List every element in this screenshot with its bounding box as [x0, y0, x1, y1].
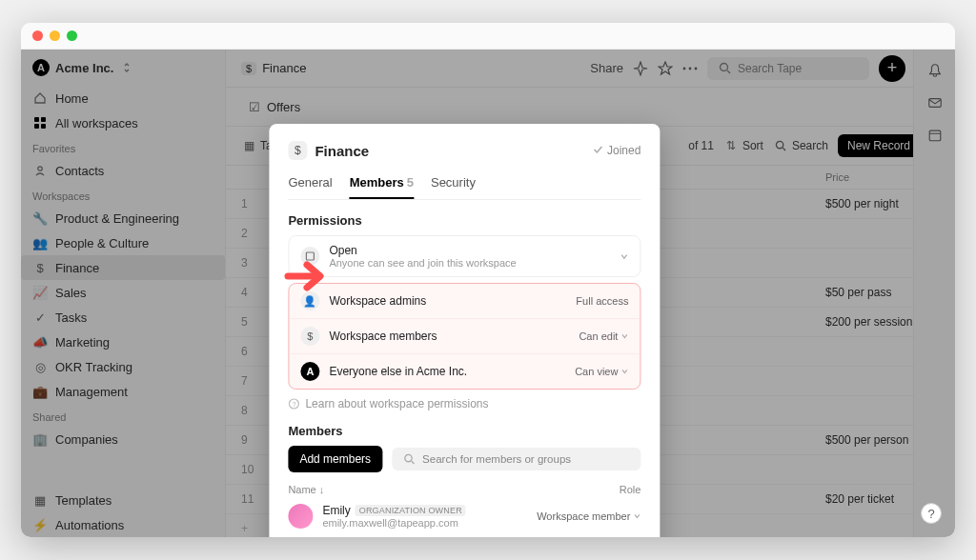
admins-icon: 👤	[300, 291, 319, 310]
permissions-heading: Permissions	[288, 213, 640, 228]
perm-row-everyone[interactable]: A Everyone else in Acme Inc. Can view	[289, 353, 640, 389]
tab-general[interactable]: General	[288, 170, 332, 199]
member-row[interactable]: EmilyORGANIZATION OWNER emily.maxwell@ta…	[288, 497, 640, 535]
learn-permissions-link[interactable]: ? Learn about workspace permissions	[288, 397, 640, 410]
window-close-icon[interactable]	[32, 30, 43, 41]
app-window: A Acme Inc. Home All workspaces Favorite…	[21, 23, 955, 537]
help-button[interactable]: ?	[921, 503, 942, 524]
modal-title: Finance	[315, 143, 369, 159]
svg-line-19	[411, 461, 414, 464]
avatar-icon	[288, 504, 313, 529]
workspace-settings-modal: $ Finance Joined General Members5 Securi…	[269, 124, 660, 537]
role-select[interactable]: Workspace member	[537, 510, 640, 522]
permission-roles-card: 👤 Workspace admins Full access $ Workspa…	[288, 283, 640, 390]
joined-badge: Joined	[592, 144, 640, 157]
window-maximize-icon[interactable]	[67, 30, 77, 41]
modal-tabs: General Members5 Security	[288, 170, 640, 200]
add-members-button[interactable]: Add members	[288, 446, 382, 472]
member-search[interactable]: Search for members or groups	[392, 448, 640, 470]
permission-open-card: OpenAnyone can see and join this workspa…	[288, 235, 640, 277]
org-icon: A	[300, 362, 319, 381]
members-table-header: Name ↓ Role	[288, 482, 640, 497]
tab-security[interactable]: Security	[431, 170, 476, 199]
members-icon: $	[300, 327, 319, 346]
perm-row-members[interactable]: $ Workspace members Can edit	[289, 318, 640, 353]
members-heading: Members	[288, 424, 640, 438]
chevron-down-icon	[620, 252, 628, 261]
workspace-icon: $	[288, 141, 307, 160]
perm-row-admins[interactable]: 👤 Workspace admins Full access	[289, 284, 640, 318]
tab-members[interactable]: Members5	[350, 170, 414, 199]
window-minimize-icon[interactable]	[50, 30, 60, 41]
titlebar	[21, 23, 955, 50]
sort-arrow-icon: ↓	[319, 484, 325, 495]
annotation-arrow-icon	[284, 259, 326, 293]
svg-point-18	[404, 454, 411, 461]
member-row[interactable]: Finance team Group · 4 people Workspace …	[288, 535, 640, 537]
search-icon	[401, 451, 417, 467]
svg-text:?: ?	[292, 400, 296, 409]
